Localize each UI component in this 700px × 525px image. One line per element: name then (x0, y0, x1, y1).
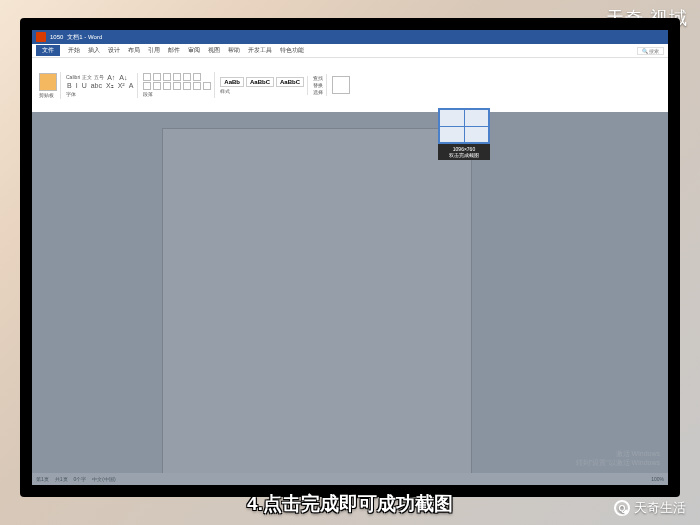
style-heading1[interactable]: AaBbC (246, 77, 274, 87)
paragraph-group-label: 段落 (143, 91, 211, 97)
style-heading2[interactable]: AaBbC (276, 77, 304, 87)
word-icon (36, 32, 46, 42)
bullets-button[interactable] (143, 73, 151, 81)
ribbon: 剪贴板 Calibri 正文 五号 A↑ A↓ B I U abc (32, 58, 668, 112)
font-style-select[interactable]: 正文 (82, 74, 92, 80)
font-color-button[interactable]: A (128, 82, 135, 89)
paragraph-group: 段落 (140, 72, 215, 98)
decrease-font-icon[interactable]: A↓ (118, 74, 128, 81)
underline-button[interactable]: U (81, 82, 88, 89)
menu-bar: 文件 开始 插入 设计 布局 引用 邮件 审阅 视图 帮助 开发工具 特色功能 … (32, 44, 668, 58)
tab-developer[interactable]: 开发工具 (248, 46, 272, 55)
status-pages[interactable]: 共1页 (55, 476, 68, 482)
ribbon-highlight-area: 1050 文档1 - Word 文件 开始 插入 设计 布局 引用 邮件 审阅 … (32, 30, 668, 112)
addin-button[interactable] (332, 76, 350, 94)
align-center-button[interactable] (153, 82, 161, 90)
borders-button[interactable] (203, 82, 211, 90)
select-button[interactable]: 选择 (313, 89, 323, 95)
status-zoom[interactable]: 100% (651, 476, 664, 482)
clipboard-group: 剪贴板 (36, 72, 61, 99)
tab-home[interactable]: 开始 (68, 46, 80, 55)
font-size-select[interactable]: 五号 (94, 74, 104, 80)
bold-button[interactable]: B (66, 82, 73, 89)
find-button[interactable]: 查找 (313, 75, 323, 81)
indent-decrease-button[interactable] (173, 73, 181, 81)
tab-help[interactable]: 帮助 (228, 46, 240, 55)
watermark-logo-icon: Q (614, 500, 630, 516)
font-group: Calibri 正文 五号 A↑ A↓ B I U abc X₂ X² A (63, 73, 138, 98)
align-right-button[interactable] (163, 82, 171, 90)
search-box[interactable]: 🔍 搜索 (637, 47, 664, 55)
tab-design[interactable]: 设计 (108, 46, 120, 55)
line-spacing-button[interactable] (183, 82, 191, 90)
editing-group: 查找 替换 选择 (310, 74, 327, 96)
paste-button[interactable] (39, 73, 57, 91)
increase-font-icon[interactable]: A↑ (106, 74, 116, 81)
file-button[interactable]: 文件 (36, 45, 60, 56)
style-normal[interactable]: AaBb (220, 77, 244, 87)
title-doc: 文档1 - Word (67, 33, 102, 42)
status-chars[interactable]: 0个字 (74, 476, 87, 482)
clipboard-label: 剪贴板 (39, 92, 57, 98)
numbering-button[interactable] (153, 73, 161, 81)
align-left-button[interactable] (143, 82, 151, 90)
indent-increase-button[interactable] (183, 73, 191, 81)
sort-button[interactable] (193, 73, 201, 81)
strike-button[interactable]: abc (90, 82, 103, 89)
tab-insert[interactable]: 插入 (88, 46, 100, 55)
search-icon: 🔍 (642, 48, 648, 54)
title-prefix: 1050 (50, 34, 63, 40)
tab-view[interactable]: 视图 (208, 46, 220, 55)
windows-activation-watermark: 激活 Windows 转到"设置"以激活 Windows (576, 449, 660, 467)
screen: 1050 文档1 - Word 文件 开始 插入 设计 布局 引用 邮件 审阅 … (32, 30, 668, 485)
video-subtitle: 4.点击完成即可成功截图 (247, 491, 453, 517)
tab-layout[interactable]: 布局 (128, 46, 140, 55)
tooltip-text: 双击完成截图 (439, 152, 489, 158)
document-page[interactable] (162, 128, 472, 485)
shading-button[interactable] (193, 82, 201, 90)
font-name-select[interactable]: Calibri (66, 74, 80, 80)
title-bar: 1050 文档1 - Word (32, 30, 668, 44)
superscript-button[interactable]: X² (117, 82, 126, 89)
tab-references[interactable]: 引用 (148, 46, 160, 55)
monitor-bezel: 1050 文档1 - Word 文件 开始 插入 设计 布局 引用 邮件 审阅 … (20, 18, 680, 497)
subscript-button[interactable]: X₂ (105, 82, 115, 90)
align-justify-button[interactable] (173, 82, 181, 90)
tab-review[interactable]: 审阅 (188, 46, 200, 55)
styles-group-label: 样式 (220, 88, 304, 94)
screenshot-thumbnail[interactable] (438, 108, 490, 144)
video-watermark-bottom: Q 天奇生活 (614, 499, 686, 517)
font-group-label: 字体 (66, 91, 134, 97)
tab-mailings[interactable]: 邮件 (168, 46, 180, 55)
multilevel-button[interactable] (163, 73, 171, 81)
status-bar: 第1页 共1页 0个字 中文(中国) 100% (32, 473, 668, 485)
styles-group: AaBb AaBbC AaBbC 样式 (217, 76, 308, 95)
replace-button[interactable]: 替换 (313, 82, 323, 88)
screenshot-tooltip: 1096×760 双击完成截图 (438, 108, 490, 160)
status-page[interactable]: 第1页 (36, 476, 49, 482)
italic-button[interactable]: I (75, 82, 79, 89)
tab-features[interactable]: 特色功能 (280, 46, 304, 55)
status-lang[interactable]: 中文(中国) (92, 476, 115, 482)
addins-group (329, 75, 353, 95)
